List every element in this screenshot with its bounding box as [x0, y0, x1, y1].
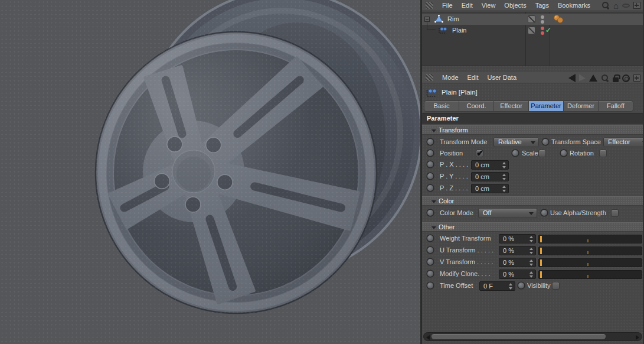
- spinner-arrows-icon[interactable]: [528, 271, 534, 278]
- menu-tags[interactable]: Tags: [535, 2, 549, 9]
- spinner-arrows-icon[interactable]: [528, 236, 534, 242]
- search-icon[interactable]: [601, 74, 609, 82]
- scroll-left-arrow-icon[interactable]: [426, 335, 430, 340]
- object-row-plain[interactable]: Plain ✓: [422, 25, 643, 36]
- scale-checkbox[interactable]: [538, 150, 546, 157]
- panel-grip-icon[interactable]: [426, 2, 433, 9]
- keyframe-circle[interactable]: [427, 235, 433, 241]
- keyframe-circle[interactable]: [427, 139, 433, 145]
- panel-grip-icon[interactable]: [426, 74, 433, 81]
- add-panel-icon[interactable]: [633, 2, 640, 9]
- layer-chip-icon[interactable]: [528, 27, 535, 34]
- object-row-rim[interactable]: Rim: [422, 14, 643, 25]
- row-u-transform: U Transform . . . . . 0 %: [422, 245, 643, 256]
- color-mode-dropdown[interactable]: Off: [478, 208, 537, 218]
- rotation-checkbox[interactable]: [599, 150, 607, 157]
- menu-file[interactable]: File: [442, 2, 453, 9]
- slider-handle[interactable]: [540, 236, 542, 242]
- spinner-arrows-icon[interactable]: [528, 248, 534, 254]
- menu-mode[interactable]: Mode: [442, 74, 459, 81]
- enabled-check-icon[interactable]: ✓: [545, 26, 551, 34]
- scrollbar-thumb[interactable]: [431, 334, 606, 339]
- tab-coord[interactable]: Coord.: [459, 101, 494, 111]
- lock-icon[interactable]: [613, 74, 619, 82]
- u-transform-slider[interactable]: [538, 246, 642, 255]
- search-icon[interactable]: [601, 1, 610, 9]
- spinner-arrows-icon[interactable]: [501, 162, 507, 168]
- wheel-rim-model: [0, 0, 420, 344]
- v-transform-input[interactable]: 0 %: [499, 258, 536, 267]
- spinner-arrows-icon[interactable]: [501, 174, 507, 180]
- visibility-checkbox[interactable]: [552, 282, 560, 290]
- modify-clone-input[interactable]: 0 %: [499, 270, 536, 279]
- slider-handle[interactable]: [540, 271, 542, 278]
- focus-target-icon[interactable]: [622, 74, 630, 82]
- layer-chip-icon[interactable]: [528, 15, 535, 23]
- v-transform-slider[interactable]: [538, 258, 642, 267]
- add-panel-icon[interactable]: [633, 74, 640, 82]
- position-checkbox[interactable]: [476, 150, 483, 157]
- weight-transform-slider[interactable]: [538, 235, 642, 244]
- orange-spheres-tag-icon[interactable]: [553, 15, 564, 24]
- tab-parameter[interactable]: Parameter: [529, 101, 564, 111]
- keyframe-circle[interactable]: [427, 247, 433, 253]
- menu-edit[interactable]: Edit: [468, 74, 479, 81]
- keyframe-circle[interactable]: [427, 210, 433, 216]
- history-forward-icon[interactable]: [579, 74, 586, 82]
- visibility-dot-render[interactable]: [541, 31, 544, 35]
- menu-edit[interactable]: Edit: [462, 2, 473, 9]
- visibility-dot-render[interactable]: [541, 20, 544, 24]
- transform-space-dropdown[interactable]: Effector: [603, 137, 644, 147]
- menu-objects[interactable]: Objects: [504, 2, 526, 9]
- visibility-dot-editor[interactable]: [541, 15, 544, 19]
- menu-view[interactable]: View: [482, 2, 496, 9]
- keyframe-circle[interactable]: [427, 271, 433, 277]
- visibility-dot-editor[interactable]: [541, 27, 544, 30]
- slider-handle[interactable]: [540, 259, 542, 266]
- spinner-arrows-icon[interactable]: [508, 283, 514, 290]
- keyframe-circle[interactable]: [427, 150, 433, 156]
- tab-falloff[interactable]: Falloff: [599, 101, 633, 111]
- keyframe-circle[interactable]: [427, 259, 433, 265]
- spinner-arrows-icon[interactable]: [501, 186, 507, 192]
- keyframe-circle[interactable]: [427, 283, 433, 288]
- slider-tick: [587, 275, 589, 278]
- weight-transform-input[interactable]: 0 %: [499, 234, 536, 244]
- keyframe-circle[interactable]: [427, 185, 433, 191]
- viewport-3d[interactable]: [0, 0, 420, 344]
- horizontal-scrollbar[interactable]: [423, 332, 642, 341]
- object-label[interactable]: Plain: [452, 27, 466, 34]
- group-header-other[interactable]: Other: [422, 222, 643, 232]
- expand-toggle-icon[interactable]: [424, 17, 430, 22]
- object-label[interactable]: Rim: [447, 15, 459, 22]
- py-input[interactable]: 0 cm: [471, 172, 509, 181]
- transform-mode-dropdown[interactable]: Relative: [493, 137, 539, 147]
- group-header-transform[interactable]: Transform: [422, 125, 643, 135]
- menu-bookmarks[interactable]: Bookmarks: [558, 2, 590, 9]
- keyframe-circle[interactable]: [542, 139, 548, 145]
- keyframe-circle[interactable]: [541, 210, 547, 216]
- eye-icon[interactable]: [622, 4, 630, 8]
- pz-input[interactable]: 0 cm: [471, 184, 509, 193]
- parent-object-icon[interactable]: [589, 74, 597, 82]
- use-alpha-checkbox[interactable]: [611, 209, 619, 217]
- modify-clone-slider[interactable]: [538, 270, 642, 279]
- keyframe-circle[interactable]: [512, 150, 518, 156]
- keyframe-circle[interactable]: [427, 161, 433, 167]
- tab-effector[interactable]: Effector: [494, 101, 529, 111]
- keyframe-circle[interactable]: [561, 150, 567, 156]
- u-transform-input[interactable]: 0 %: [499, 246, 536, 255]
- time-offset-input[interactable]: 0 F: [479, 281, 515, 291]
- px-input[interactable]: 0 cm: [471, 160, 509, 170]
- tab-deformer[interactable]: Deformer: [564, 101, 599, 111]
- menu-user-data[interactable]: User Data: [488, 74, 517, 81]
- group-header-color[interactable]: Color: [422, 196, 643, 206]
- keyframe-circle[interactable]: [427, 173, 433, 179]
- spinner-arrows-icon[interactable]: [528, 259, 534, 266]
- tab-basic[interactable]: Basic: [424, 101, 459, 111]
- home-icon[interactable]: ⌂: [613, 2, 619, 9]
- history-back-icon[interactable]: [568, 74, 576, 82]
- keyframe-circle[interactable]: [518, 283, 524, 288]
- slider-handle[interactable]: [540, 248, 542, 254]
- scroll-right-arrow-icon[interactable]: [636, 335, 639, 340]
